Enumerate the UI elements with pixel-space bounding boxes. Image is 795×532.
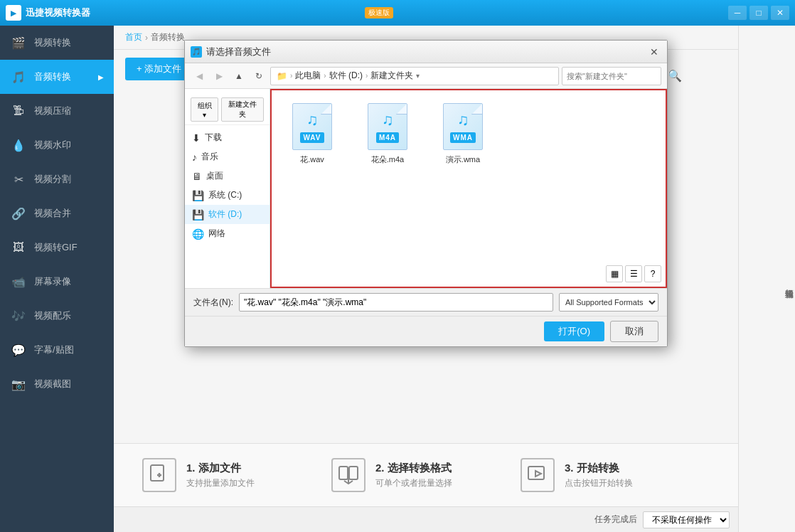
path-segment-folder[interactable]: 新建文件夹 bbox=[370, 70, 413, 82]
file-label-wma: 演示.wma bbox=[446, 154, 480, 165]
app-badge: 极速版 bbox=[365, 7, 393, 18]
subtitle-sticker-icon: 💬 bbox=[10, 341, 27, 358]
file-icon-m4a: ♫ M4A bbox=[365, 102, 410, 151]
titlebar: ▶ 迅捷视频转换器 极速版 ─ □ ✕ bbox=[0, 0, 795, 26]
sidebar-item-audio-convert[interactable]: 🎵 音频转换 ▶ bbox=[0, 60, 114, 94]
app-logo: ▶ bbox=[6, 5, 21, 21]
sidebar-label-video-watermark: 视频水印 bbox=[34, 139, 71, 151]
music-note-wma: ♫ bbox=[457, 111, 469, 129]
dialog-sidebar: 组织 ▾ 新建文件夹 ⬇ 下载 ♪ 音乐 🖥 bbox=[185, 89, 270, 288]
sidebar-label-audio-convert: 音频转换 bbox=[34, 70, 71, 83]
sidebar-item-video-convert[interactable]: 🎬 视频转换 bbox=[0, 26, 114, 60]
dialog-nav-toolbar: ◀ ▶ ▲ ↻ 📁 › 此电脑 › 软件 (D:) › 新建文件夹 ▾ bbox=[185, 63, 667, 89]
dialog-sidebar-desktop[interactable]: 🖥 桌面 bbox=[185, 166, 270, 186]
sidebar-item-subtitle-sticker[interactable]: 💬 字幕/贴图 bbox=[0, 333, 114, 367]
desktop-icon: 🖥 bbox=[192, 171, 202, 182]
sidebar-label-video-gif: 视频转GIF bbox=[34, 241, 78, 254]
sidebar-item-video-split[interactable]: ✂ 视频分割 bbox=[0, 162, 114, 196]
window-controls: ─ □ ✕ bbox=[728, 6, 789, 20]
new-folder-button[interactable]: 新建文件夹 bbox=[221, 97, 264, 122]
file-type-badge-m4a: M4A bbox=[376, 132, 399, 143]
file-item-wav[interactable]: ♫ WAV 花.wav bbox=[280, 99, 344, 168]
dialog-sidebar-download[interactable]: ⬇ 下载 bbox=[185, 128, 270, 147]
dialog-filename-row: 文件名(N): All Supported Formats (*.m All F… bbox=[185, 288, 667, 316]
dialog-open-button[interactable]: 打开(O) bbox=[544, 321, 604, 341]
video-split-icon: ✂ bbox=[10, 171, 27, 188]
right-panel: 音频编辑 bbox=[738, 26, 795, 532]
dialog-path-bar: 📁 › 此电脑 › 软件 (D:) › 新建文件夹 ▾ bbox=[270, 67, 559, 85]
desktop-label: 桌面 bbox=[206, 170, 223, 182]
dialog-sidebar-music[interactable]: ♪ 音乐 bbox=[185, 147, 270, 166]
main-layout: 🎬 视频转换 🎵 音频转换 ▶ 🗜 视频压缩 💧 视频水印 ✂ 视频分割 🔗 视… bbox=[0, 26, 795, 532]
system-label: 系统 (C:) bbox=[208, 189, 242, 201]
music-note-wav: ♫ bbox=[306, 111, 319, 129]
sidebar-label-video-capture: 视频截图 bbox=[34, 378, 71, 390]
file-shape-m4a: ♫ M4A bbox=[368, 103, 407, 150]
dialog-sidebar-network[interactable]: 🌐 网络 bbox=[185, 224, 270, 243]
download-label: 下载 bbox=[205, 132, 222, 144]
close-button[interactable]: ✕ bbox=[771, 6, 789, 20]
content-area: 首页 › 音频转换 + 添加文件 🗁 添加文件夹 点击添加文件 或 拖拽到此区域 bbox=[114, 26, 738, 532]
sidebar-item-screen-record[interactable]: 📹 屏幕录像 bbox=[0, 265, 114, 299]
music-label: 音乐 bbox=[201, 151, 218, 163]
view-list-button[interactable]: ☰ bbox=[625, 265, 642, 282]
view-grid-button[interactable]: ▦ bbox=[606, 265, 623, 282]
sidebar-item-video-merge[interactable]: 🔗 视频合并 bbox=[0, 196, 114, 230]
maximize-button[interactable]: □ bbox=[749, 6, 768, 20]
dialog-action-row: 打开(O) 取消 bbox=[185, 316, 667, 346]
network-icon: 🌐 bbox=[192, 228, 204, 240]
sidebar-item-video-music[interactable]: 🎶 视频配乐 bbox=[0, 299, 114, 333]
video-capture-icon: 📷 bbox=[10, 376, 27, 393]
file-filter-select[interactable]: All Supported Formats (*.m All Files (*.… bbox=[559, 293, 658, 312]
file-dialog: 🎵 请选择音频文件 ✕ ◀ ▶ ▲ ↻ 📁 › 此电脑 › 软件 (D:) bbox=[184, 40, 668, 347]
video-music-icon: 🎶 bbox=[10, 307, 27, 324]
sidebar-item-video-gif[interactable]: 🖼 视频转GIF bbox=[0, 230, 114, 265]
sidebar-item-video-capture[interactable]: 📷 视频截图 bbox=[0, 367, 114, 401]
sidebar-label-screen-record: 屏幕录像 bbox=[34, 275, 71, 288]
minimize-button[interactable]: ─ bbox=[728, 6, 747, 20]
dialog-refresh-button[interactable]: ↻ bbox=[250, 68, 267, 85]
dialog-cancel-button[interactable]: 取消 bbox=[610, 321, 658, 342]
dialog-up-button[interactable]: ▲ bbox=[230, 68, 247, 85]
dialog-close-button[interactable]: ✕ bbox=[647, 45, 661, 59]
file-shape-wav: ♫ WAV bbox=[292, 103, 332, 150]
view-controls: ▦ ☰ ? bbox=[606, 265, 661, 282]
path-segment-drive[interactable]: 软件 (D:) bbox=[329, 70, 363, 82]
video-convert-icon: 🎬 bbox=[10, 34, 27, 51]
app-logo-icon: ▶ bbox=[11, 9, 16, 17]
view-help-button[interactable]: ? bbox=[644, 265, 661, 282]
dialog-content: 组织 ▾ 新建文件夹 ⬇ 下载 ♪ 音乐 🖥 bbox=[185, 89, 667, 288]
file-shape-wma: ♫ WMA bbox=[443, 103, 483, 150]
video-watermark-icon: 💧 bbox=[10, 137, 27, 154]
dialog-sidebar-software[interactable]: 💾 软件 (D:) bbox=[185, 205, 270, 224]
file-label-wav: 花.wav bbox=[300, 154, 324, 165]
audio-convert-icon: 🎵 bbox=[10, 68, 27, 85]
download-icon: ⬇ bbox=[192, 132, 201, 144]
path-dropdown-button[interactable]: ▾ bbox=[416, 72, 420, 80]
file-type-badge-wav: WAV bbox=[300, 132, 324, 143]
dialog-file-area[interactable]: ♫ WAV 花.wav ♫ M4A bbox=[270, 89, 667, 288]
dialog-titlebar: 🎵 请选择音频文件 ✕ bbox=[185, 41, 667, 63]
music-note-m4a: ♫ bbox=[382, 111, 394, 129]
dialog-back-button[interactable]: ◀ bbox=[191, 68, 208, 85]
sidebar-item-video-watermark[interactable]: 💧 视频水印 bbox=[0, 128, 114, 162]
file-item-wma[interactable]: ♫ WMA 演示.wma bbox=[431, 99, 495, 168]
sidebar-item-video-compress[interactable]: 🗜 视频压缩 bbox=[0, 94, 114, 128]
file-item-m4a[interactable]: ♫ M4A 花朵.m4a bbox=[356, 99, 420, 168]
dialog-forward-button[interactable]: ▶ bbox=[210, 68, 228, 85]
filename-label: 文件名(N): bbox=[193, 297, 233, 309]
system-drive-icon: 💾 bbox=[192, 190, 204, 201]
dialog-title-text: 请选择音频文件 bbox=[206, 46, 643, 58]
app-title: 迅捷视频转换器 bbox=[26, 6, 361, 19]
path-segment-pc[interactable]: 此电脑 bbox=[295, 70, 321, 82]
music-icon: ♪ bbox=[192, 151, 197, 163]
sidebar-label-subtitle-sticker: 字幕/贴图 bbox=[34, 344, 74, 356]
file-icon-wav: ♫ WAV bbox=[289, 102, 335, 151]
sidebar-label-video-merge: 视频合并 bbox=[34, 207, 71, 220]
network-label: 网络 bbox=[208, 228, 225, 240]
dialog-search-input[interactable] bbox=[567, 72, 665, 80]
dialog-sidebar-system[interactable]: 💾 系统 (C:) bbox=[185, 186, 270, 205]
filename-input[interactable] bbox=[239, 293, 553, 312]
sidebar-label-video-split: 视频分割 bbox=[34, 173, 71, 186]
organize-button[interactable]: 组织 ▾ bbox=[191, 97, 218, 122]
